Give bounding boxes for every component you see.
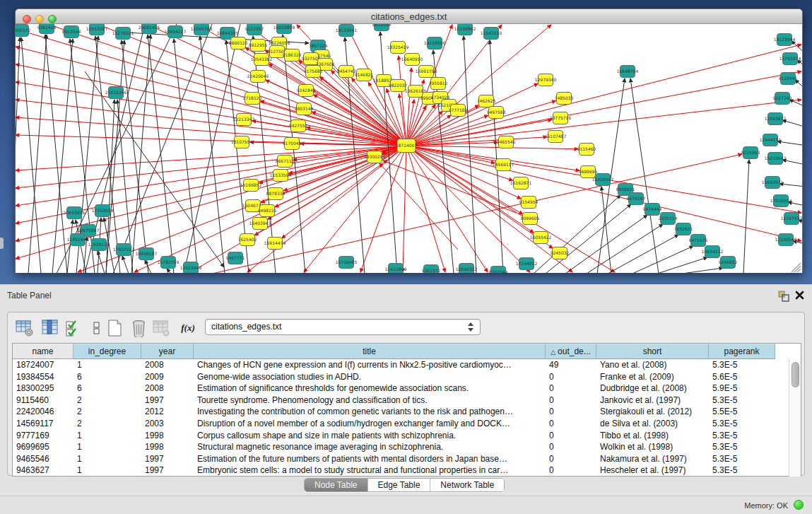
graph-node[interactable] — [245, 93, 260, 105]
graph-node[interactable] — [419, 66, 434, 78]
graph-node[interactable] — [297, 103, 312, 115]
graph-node[interactable] — [514, 177, 529, 189]
graph-node[interactable] — [237, 114, 252, 126]
graph-node[interactable] — [763, 134, 778, 146]
graph-node[interactable] — [253, 218, 268, 230]
graph-node[interactable] — [95, 205, 110, 217]
graph-node[interactable] — [620, 66, 635, 78]
graph-node[interactable] — [306, 66, 321, 78]
graph-node[interactable] — [161, 257, 176, 269]
graph-node[interactable] — [375, 24, 389, 31]
graph-node[interactable] — [16, 25, 29, 37]
window-titlebar[interactable]: citations_edges.txt — [16, 9, 802, 24]
graph-node[interactable] — [629, 193, 644, 205]
table-scrollbar[interactable] — [789, 359, 801, 477]
graph-node[interactable] — [581, 166, 596, 178]
graph-node[interactable] — [339, 25, 354, 37]
graph-node[interactable] — [240, 234, 255, 246]
graph-node[interactable] — [260, 205, 275, 217]
graph-node[interactable] — [285, 49, 300, 62]
tab-node-table[interactable]: Node Table — [305, 479, 368, 491]
graph-node[interactable] — [691, 235, 706, 247]
function-builder-button[interactable]: f(x) — [177, 319, 199, 337]
table-scrollbar-thumb[interactable] — [792, 362, 799, 387]
memory-status-indicator[interactable] — [794, 500, 804, 510]
graph-node[interactable] — [491, 267, 506, 274]
graph-node[interactable] — [489, 107, 504, 119]
graph-node[interactable] — [92, 239, 107, 251]
select-rows-button[interactable] — [64, 319, 83, 337]
graph-node[interactable] — [117, 244, 131, 256]
graph-node[interactable] — [676, 223, 691, 235]
graph-node[interactable] — [90, 24, 105, 35]
graph-node[interactable] — [299, 85, 314, 97]
network-canvas[interactable]: 1872400724055729361428891354410553287152… — [16, 24, 802, 273]
table-row[interactable]: 2242004622012Investigating the contribut… — [13, 406, 788, 418]
graph-node[interactable] — [661, 213, 676, 225]
graph-node[interactable] — [231, 37, 246, 49]
graph-node[interactable] — [389, 264, 404, 274]
graph-node[interactable] — [774, 195, 789, 207]
graph-node[interactable] — [40, 24, 54, 34]
graph-node[interactable] — [539, 74, 553, 86]
graph-node[interactable] — [269, 188, 283, 200]
graph-node[interactable] — [496, 159, 511, 171]
table-row[interactable]: 977716911998Corpus callosum shape and si… — [13, 430, 788, 442]
graph-node[interactable] — [391, 80, 406, 92]
graph-node[interactable] — [721, 257, 736, 269]
table-row[interactable]: 946554611997Estimation of the future num… — [13, 453, 788, 465]
column-header-title[interactable]: title — [194, 344, 546, 359]
column-header-name[interactable]: name — [13, 344, 73, 359]
graph-node[interactable] — [408, 86, 423, 98]
graph-node[interactable] — [579, 144, 594, 156]
table-selector-dropdown[interactable]: citations_edges.txt — [205, 319, 481, 335]
graph-node[interactable] — [304, 53, 319, 65]
graph-node[interactable] — [339, 66, 354, 78]
graph-node[interactable] — [523, 213, 538, 225]
graph-node[interactable] — [285, 138, 300, 150]
graph-node[interactable] — [405, 54, 420, 66]
graph-node[interactable] — [291, 120, 306, 132]
graph-node[interactable] — [142, 24, 157, 34]
graph-node[interactable] — [357, 69, 372, 81]
graph-node[interactable] — [534, 232, 548, 244]
graph-node[interactable] — [254, 54, 269, 66]
graph-node[interactable] — [499, 136, 514, 148]
graph-node[interactable] — [278, 156, 293, 168]
graph-node[interactable] — [244, 180, 259, 192]
graph-node[interactable] — [768, 153, 783, 165]
graph-node[interactable] — [67, 207, 82, 219]
graph-node[interactable] — [235, 136, 249, 148]
tab-edge-table[interactable]: Edge Table — [368, 479, 431, 491]
graph-node[interactable] — [194, 24, 209, 35]
graph-node[interactable] — [184, 262, 199, 274]
graph-node[interactable] — [251, 40, 266, 52]
table-row[interactable]: 1872400712008Changes of HCN gene express… — [13, 359, 788, 371]
table-row[interactable]: 946362711997Embryonic stem cells: a mode… — [13, 465, 788, 477]
graph-node[interactable] — [64, 26, 79, 38]
column-header-pagerank[interactable]: pagerank — [709, 344, 775, 359]
graph-node[interactable] — [71, 234, 86, 246]
graph-node[interactable] — [251, 71, 266, 83]
graph-node[interactable] — [168, 26, 183, 38]
graph-node[interactable] — [553, 247, 567, 259]
graph-node[interactable] — [424, 265, 439, 274]
graph-node[interactable] — [247, 24, 262, 35]
graph-node[interactable] — [367, 151, 382, 163]
graph-node[interactable] — [228, 252, 243, 264]
table-row[interactable]: 1938455462009Genome-wide association stu… — [13, 371, 788, 383]
graph-node[interactable] — [779, 234, 794, 246]
create-table-button[interactable] — [105, 319, 124, 337]
graph-node[interactable] — [596, 174, 611, 186]
graph-node[interactable] — [775, 93, 790, 105]
graph-node[interactable] — [768, 113, 783, 125]
graph-node[interactable] — [777, 34, 792, 46]
row-height-button[interactable] — [87, 319, 106, 337]
table-row[interactable]: 969969511998Structural magnetic resonanc… — [13, 441, 788, 453]
graph-node[interactable] — [781, 73, 796, 85]
delete-table-button[interactable] — [129, 319, 148, 337]
table-row[interactable]: 911546021997Tourette syndrome. Phenomeno… — [13, 395, 788, 407]
graph-node[interactable] — [705, 246, 720, 258]
window-resize-grip[interactable] — [792, 263, 801, 272]
graph-node[interactable] — [459, 264, 474, 274]
